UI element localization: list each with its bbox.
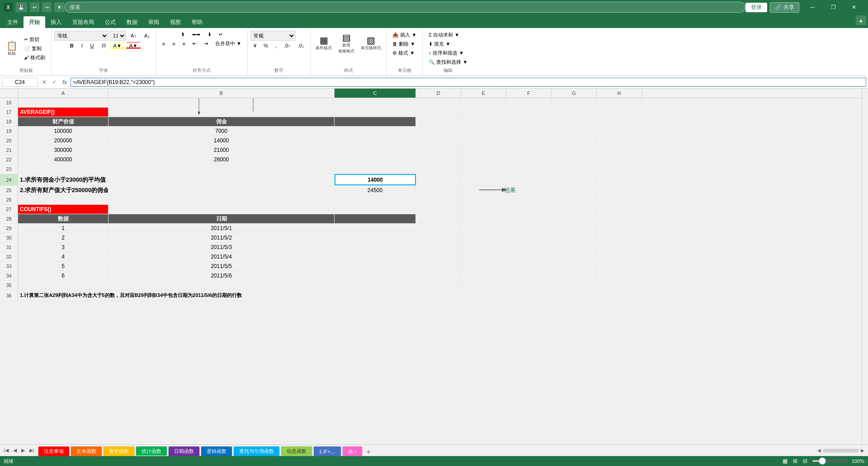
cell-e28[interactable] [461,214,506,223]
cell-f31[interactable] [506,243,552,252]
cell-g24[interactable] [552,174,597,185]
cell-h19[interactable] [597,127,642,136]
col-header-b[interactable]: B [108,89,335,98]
row-num-34[interactable]: 34 [0,271,18,280]
cell-g17[interactable] [552,108,597,117]
cell-g25[interactable] [552,186,597,195]
cell-f32[interactable] [506,252,552,261]
cell-f28[interactable] [506,214,552,223]
redo-button[interactable]: ↪ [42,2,52,12]
cell-d30[interactable] [416,233,461,242]
wrap-text-button[interactable]: ↵ [216,31,226,38]
row-num-26[interactable]: 26 [0,195,18,204]
col-header-d[interactable]: D [416,89,461,98]
cell-h35[interactable] [597,281,642,290]
cell-a16[interactable] [18,98,108,107]
cell-f16[interactable] [506,98,552,107]
cell-c17[interactable] [335,108,416,117]
cell-h17[interactable] [597,108,642,117]
cell-a18[interactable]: 财产价值 [18,117,108,126]
tab-stats-func[interactable]: 统计函数 [136,446,167,456]
row-num-18[interactable]: 18 [0,117,18,126]
cell-f34[interactable] [506,271,552,280]
tab-text-func[interactable]: 文本函数 [71,446,102,456]
cell-h34[interactable] [597,271,642,280]
cell-g23[interactable] [552,165,597,174]
cell-f33[interactable] [506,262,552,271]
cell-f27[interactable] [506,205,552,214]
cell-d29[interactable] [416,224,461,233]
find-select-button[interactable]: 🔍 查找和选择 ▼ [425,58,471,66]
page-layout-view-button[interactable]: ⊞ [792,458,798,464]
col-header-h[interactable]: H [597,89,642,98]
row-num-30[interactable]: 30 [0,233,18,242]
bold-button[interactable]: B [67,42,77,49]
underline-button[interactable]: U [87,42,97,49]
cell-e35[interactable] [461,281,506,290]
cell-d32[interactable] [416,252,461,261]
tab-date-func[interactable]: 日期函数 [168,446,200,456]
conditional-format-button[interactable]: ▦ 条件格式 [313,31,334,56]
cell-d16[interactable] [416,98,461,107]
autosum-button[interactable]: Σ 自动求和 ▼ [425,31,471,39]
cell-b30[interactable]: 2011/5/2 [108,233,335,242]
cell-d22[interactable] [416,155,461,164]
row-num-27[interactable]: 27 [0,205,18,214]
cell-b32[interactable]: 2011/5/4 [108,252,335,261]
cell-b18[interactable]: 佣金 [108,117,335,126]
row-num-22[interactable]: 22 [0,155,18,164]
cell-h29[interactable] [597,224,642,233]
cell-b26[interactable] [108,195,335,204]
cell-c20[interactable] [335,136,416,145]
tab-formula[interactable]: 公式 [99,16,121,28]
cell-g30[interactable] [552,233,597,242]
cell-h21[interactable] [597,146,642,155]
cell-c28[interactable] [335,214,416,223]
percent-button[interactable]: % [260,42,271,49]
cell-g31[interactable] [552,243,597,252]
col-header-g[interactable]: G [552,89,597,98]
cell-h33[interactable] [597,262,642,271]
cell-d33[interactable] [416,262,461,271]
cell-a22[interactable]: 400000 [18,155,108,164]
ribbon-collapse-button[interactable]: ▲ [856,15,866,25]
row-num-23[interactable]: 23 [0,165,18,174]
cut-button[interactable]: ✂ 剪切 [21,35,48,44]
cell-reference-input[interactable] [2,78,38,87]
close-button[interactable]: ✕ [844,0,864,14]
quick-access-dropdown-button[interactable]: ▼ [54,2,65,12]
font-size-select[interactable]: 11 [110,31,126,41]
cell-h31[interactable] [597,243,642,252]
cell-e32[interactable] [461,252,506,261]
sort-filter-button[interactable]: ↕ 排序和筛选 ▼ [425,49,471,57]
tab-info-func[interactable]: 信息函数 [281,446,312,456]
cell-c22[interactable] [335,155,416,164]
cell-c21[interactable] [335,146,416,155]
cell-g35[interactable] [552,281,597,290]
cell-a33[interactable]: 5 [18,262,108,271]
col-header-f[interactable]: F [506,89,552,98]
cell-b25[interactable] [108,186,335,195]
cell-h28[interactable] [597,214,642,223]
cell-a20[interactable]: 200000 [18,136,108,145]
cell-c34[interactable] [335,271,416,280]
cell-e31[interactable] [461,243,506,252]
cell-g27[interactable] [552,205,597,214]
cell-g22[interactable] [552,155,597,164]
cell-c25[interactable]: 24500 [335,186,416,195]
tab-home[interactable]: 开始 [24,16,45,28]
add-sheet-button[interactable]: + [363,448,373,456]
cell-f29[interactable] [506,224,552,233]
font-color-button[interactable]: A▼ [126,42,141,49]
cell-d28[interactable] [416,214,461,223]
tab-math-func[interactable]: 教学函数 [103,446,135,456]
italic-button[interactable]: I [78,42,86,49]
increase-font-button[interactable]: A↑ [127,32,140,39]
cell-e33[interactable] [461,262,506,271]
cell-b21[interactable]: 21000 [108,146,335,155]
align-right-button[interactable]: ≡ [179,39,189,48]
minimize-button[interactable]: ─ [802,0,823,14]
number-format-select[interactable]: 常规 [250,31,296,41]
decrease-decimal-button[interactable]: .0↓ [295,42,308,49]
cell-d18[interactable] [416,117,461,126]
